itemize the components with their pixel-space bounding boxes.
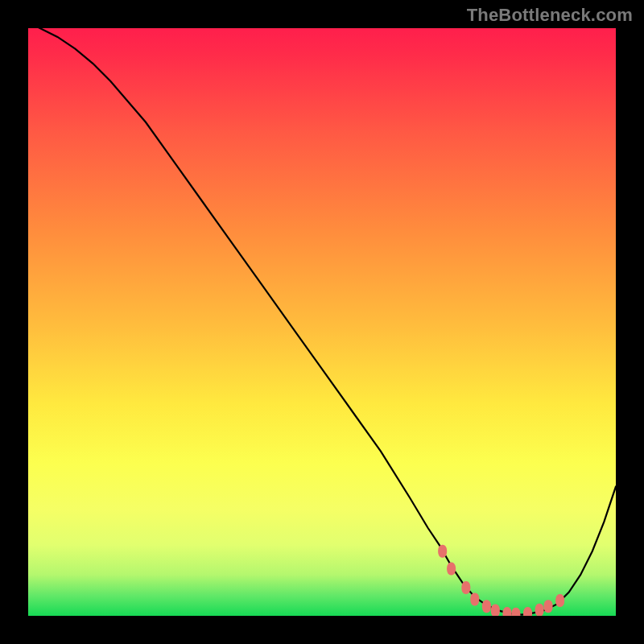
- watermark-text: TheBottleneck.com: [467, 5, 633, 26]
- curve-marker: [555, 594, 564, 607]
- curve-marker: [535, 604, 544, 616]
- plot-area: [28, 28, 616, 616]
- curve-marker: [470, 593, 479, 606]
- curve-marker: [461, 581, 470, 594]
- curve-marker: [544, 600, 553, 613]
- curve-marker: [482, 600, 491, 613]
- gradient-rect: [28, 28, 616, 616]
- chart-svg: [28, 28, 616, 616]
- curve-marker: [491, 604, 500, 616]
- chart-frame: TheBottleneck.com: [0, 0, 644, 644]
- curve-marker: [438, 545, 447, 558]
- curve-marker: [447, 563, 456, 576]
